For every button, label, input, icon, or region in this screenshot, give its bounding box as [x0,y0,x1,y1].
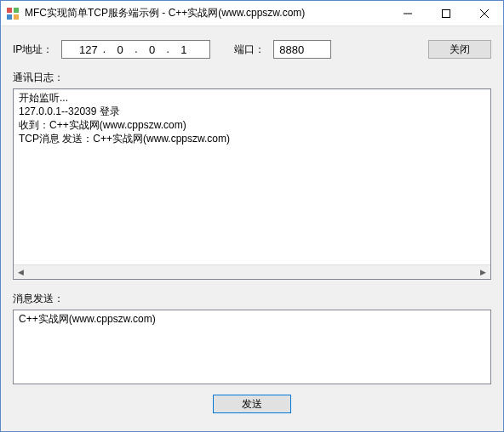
send-button-row: 发送 [13,395,491,413]
app-icon [6,7,20,20]
client-area: IP地址： . . . 端口： 关闭 通讯日志： 开始监听... 127.0.0… [1,26,503,431]
log-box: 开始监听... 127.0.0.1--32039 登录 收到：C++实战网(ww… [13,88,491,280]
send-label: 消息发送： [13,292,491,306]
horizontal-scrollbar[interactable]: ◀ ▶ [14,264,490,279]
send-textarea[interactable] [13,310,491,384]
port-label: 端口： [234,43,265,57]
ip-octet-4[interactable] [171,43,197,57]
svg-rect-3 [14,14,19,20]
window-title: MFC实现简单TCP服务端示例 - C++实战网(www.cppszw.com) [25,6,305,20]
ip-dot: . [165,43,171,55]
log-label: 通讯日志： [13,71,491,85]
ip-address-input[interactable]: . . . [61,40,210,59]
ip-octet-3[interactable] [140,43,165,57]
svg-rect-1 [14,8,19,13]
minimize-button[interactable] [388,1,427,26]
scroll-left-icon[interactable]: ◀ [14,265,28,279]
connection-row: IP地址： . . . 端口： 关闭 [13,40,491,59]
scroll-right-icon[interactable]: ▶ [476,265,490,279]
svg-rect-0 [7,8,12,13]
port-input[interactable] [273,40,331,59]
window-controls [388,1,503,26]
ip-label: IP地址： [13,43,53,57]
scroll-track[interactable] [28,265,476,279]
ip-dot: . [133,43,139,55]
close-window-button[interactable] [465,1,503,26]
app-window: MFC实现简单TCP服务端示例 - C++实战网(www.cppszw.com)… [0,0,504,432]
log-content[interactable]: 开始监听... 127.0.0.1--32039 登录 收到：C++实战网(ww… [14,89,490,264]
ip-dot: . [101,43,107,55]
ip-octet-1[interactable] [76,43,101,57]
send-button[interactable]: 发送 [213,395,291,413]
maximize-button[interactable] [427,1,465,26]
ip-octet-2[interactable] [107,43,133,57]
title-bar[interactable]: MFC实现简单TCP服务端示例 - C++实战网(www.cppszw.com) [1,1,503,26]
close-connection-button[interactable]: 关闭 [428,40,491,59]
svg-rect-5 [442,9,450,17]
svg-rect-2 [7,14,12,20]
